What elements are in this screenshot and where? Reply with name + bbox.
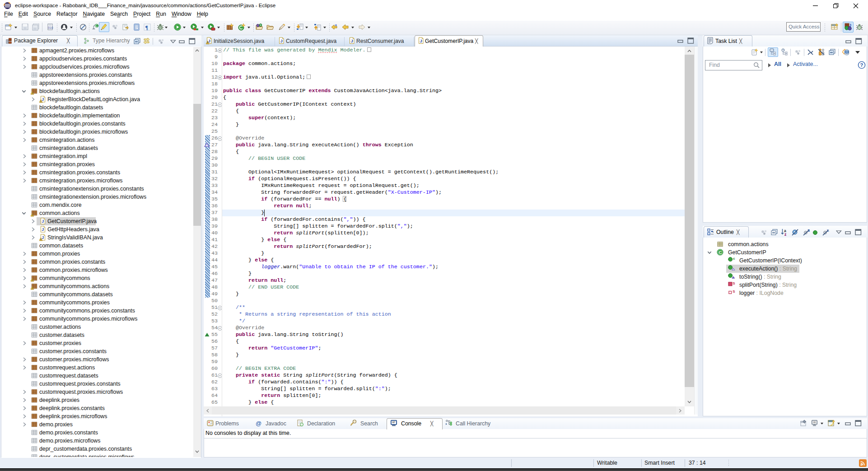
svg-text:S: S <box>733 289 735 294</box>
svg-text:010: 010 <box>48 26 53 29</box>
svg-text:J: J <box>42 235 44 240</box>
svg-text:@: @ <box>256 420 261 427</box>
svg-text:¶: ¶ <box>145 24 148 31</box>
svg-text:C: C <box>719 250 722 255</box>
svg-text:J: J <box>42 219 44 224</box>
svg-text:c: c <box>733 257 735 261</box>
svg-text:z: z <box>784 232 786 236</box>
svg-text:J: J <box>42 227 44 232</box>
svg-text:J: J <box>351 38 353 43</box>
svg-text:J: J <box>420 38 422 43</box>
svg-text:J: J <box>280 38 283 43</box>
svg-text:S: S <box>733 281 735 285</box>
svg-text:J: J <box>42 97 44 102</box>
svg-text:?: ? <box>860 62 863 68</box>
svg-text:J: J <box>849 23 851 28</box>
